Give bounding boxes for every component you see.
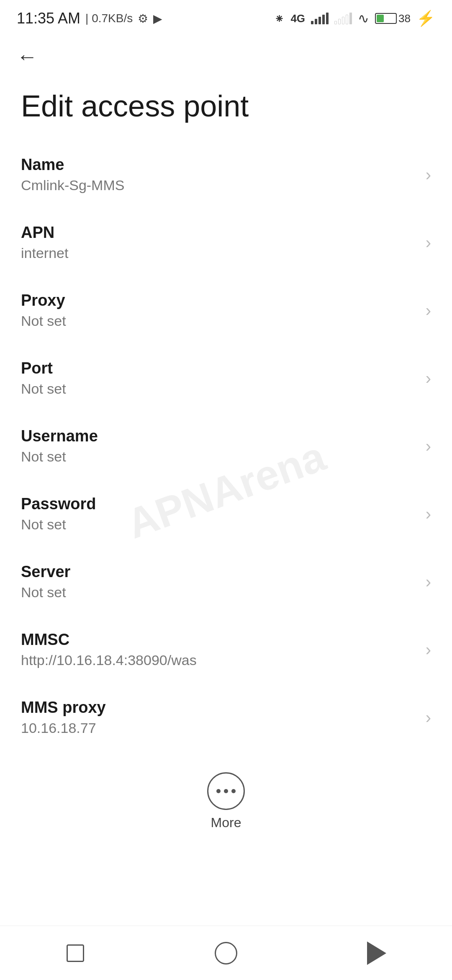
status-time: 11:35 AM — [17, 10, 80, 27]
nav-home-button[interactable] — [205, 936, 247, 970]
back-button[interactable]: ← — [17, 46, 38, 67]
settings-item-name[interactable]: Name Cmlink-Sg-MMS › — [0, 141, 452, 209]
settings-item-content: Server Not set — [21, 563, 417, 601]
settings-item-mmsc[interactable]: MMSC http://10.16.18.4:38090/was › — [0, 616, 452, 683]
status-speed: | 0.7KB/s — [85, 12, 133, 25]
settings-item-value: Not set — [21, 381, 417, 397]
more-button[interactable] — [207, 772, 245, 810]
settings-item-content: Username Not set — [21, 427, 417, 465]
4g-icon: 4G — [290, 12, 305, 25]
settings-item-content: Name Cmlink-Sg-MMS — [21, 156, 417, 193]
settings-item-proxy[interactable]: Proxy Not set › — [0, 276, 452, 344]
settings-item-label: MMSC — [21, 631, 417, 649]
top-nav: ← — [0, 34, 452, 71]
chevron-right-icon: › — [426, 369, 431, 388]
settings-list: Name Cmlink-Sg-MMS › APN internet › Prox… — [0, 132, 452, 760]
settings-item-value: internet — [21, 245, 417, 261]
settings-item-value: 10.16.18.77 — [21, 720, 417, 736]
camera-icon: ▶ — [153, 12, 162, 26]
wifi-icon: ∿ — [358, 10, 369, 26]
chevron-right-icon: › — [426, 640, 431, 659]
bottom-nav — [0, 926, 452, 980]
settings-item-value: http://10.16.18.4:38090/was — [21, 652, 417, 668]
page-title-section: Edit access point — [0, 71, 452, 132]
settings-item-label: Port — [21, 359, 417, 377]
settings-item-content: MMS proxy 10.16.18.77 — [21, 699, 417, 736]
settings-item-value: Not set — [21, 313, 417, 329]
status-left: 11:35 AM | 0.7KB/s ⚙ ▶ — [17, 10, 162, 27]
chevron-right-icon: › — [426, 437, 431, 456]
battery-indicator: 38 — [375, 12, 411, 25]
settings-item-label: MMS proxy — [21, 699, 417, 717]
settings-item-label: Server — [21, 563, 417, 581]
chevron-right-icon: › — [426, 233, 431, 252]
settings-item-value: Cmlink-Sg-MMS — [21, 177, 417, 193]
more-label: More — [211, 815, 241, 830]
page-title: Edit access point — [21, 89, 249, 123]
more-section[interactable]: More — [0, 760, 452, 839]
more-dots-icon — [216, 789, 236, 793]
back-icon — [367, 941, 386, 965]
settings-item-server[interactable]: Server Not set › — [0, 548, 452, 616]
lightning-icon: ⚡ — [416, 10, 435, 27]
settings-item-label: APN — [21, 224, 417, 242]
settings-item-username[interactable]: Username Not set › — [0, 412, 452, 480]
settings-item-port[interactable]: Port Not set › — [0, 344, 452, 412]
settings-item-value: Not set — [21, 449, 417, 465]
settings-item-mms-proxy[interactable]: MMS proxy 10.16.18.77 › — [0, 683, 452, 751]
settings-item-content: APN internet — [21, 224, 417, 261]
settings-item-label: Password — [21, 495, 417, 513]
chevron-right-icon: › — [426, 573, 431, 591]
settings-item-content: MMSC http://10.16.18.4:38090/was — [21, 631, 417, 668]
settings-item-value: Not set — [21, 516, 417, 533]
settings-item-label: Name — [21, 156, 417, 174]
chevron-right-icon: › — [426, 708, 431, 727]
signal-bars-1 — [311, 13, 329, 24]
signal-bars-2 — [334, 13, 352, 24]
settings-item-content: Proxy Not set — [21, 291, 417, 329]
status-right: ⁕ 4G ∿ 38 ⚡ — [274, 10, 435, 27]
settings-item-label: Username — [21, 427, 417, 445]
settings-item-content: Password Not set — [21, 495, 417, 533]
settings-item-label: Proxy — [21, 291, 417, 309]
chevron-right-icon: › — [426, 505, 431, 524]
chevron-right-icon: › — [426, 165, 431, 184]
home-icon — [215, 942, 237, 965]
settings-item-content: Port Not set — [21, 359, 417, 397]
settings-item-password[interactable]: Password Not set › — [0, 480, 452, 548]
bluetooth-icon: ⁕ — [274, 11, 285, 26]
battery-percent: 38 — [398, 12, 411, 25]
settings-item-apn[interactable]: APN internet › — [0, 209, 452, 276]
recent-apps-icon — [67, 944, 84, 962]
status-bar: 11:35 AM | 0.7KB/s ⚙ ▶ ⁕ 4G ∿ 38 — [0, 0, 452, 34]
nav-back-button[interactable] — [356, 936, 398, 970]
settings-item-value: Not set — [21, 584, 417, 601]
nav-recent-button[interactable] — [54, 936, 96, 970]
settings-icon: ⚙ — [138, 12, 148, 26]
chevron-right-icon: › — [426, 301, 431, 320]
